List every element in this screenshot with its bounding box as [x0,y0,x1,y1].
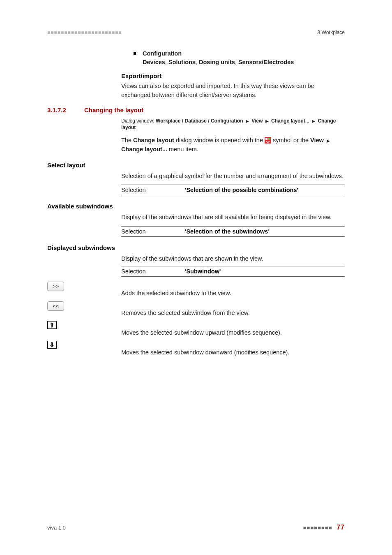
selection-value: 'Selection of the subwindows' [185,228,270,235]
displayed-body: Display of the subwindows that are shown… [121,254,345,264]
config-item-3: Dosing units [199,59,235,65]
section-body: Dialog window: Workplace / Database / Co… [121,118,345,154]
dialog-prefix: Dialog window: [121,118,156,124]
move-down-description: Moves the selected subwindow downward (m… [121,341,289,356]
selection-value: 'Selection of the possible combinations' [185,187,298,193]
move-up-button[interactable]: ⇧ [47,321,57,329]
select-layout-body: Selection of a graphical symbol for the … [121,172,345,181]
change-layout-paragraph: The Change layout dialog window is opene… [121,136,345,154]
triangle-icon: ▶ [327,138,330,144]
para-bold-change-layout: Change layout [133,137,174,143]
section-317-2: 3.1.7.2 Changing the layout [47,106,345,113]
dialog-path-2: View [251,118,263,124]
export-import-heading: Export/import [121,72,345,79]
arrow-up-icon: ⇧ [49,321,55,328]
dialog-path-3: Change layout... [271,118,309,124]
triangle-icon: ▶ [312,118,315,124]
footer-product: viva 1.0 [47,525,66,531]
move-down-button[interactable]: ⇩ [47,341,57,349]
header-breadcrumb: 3 Workplace [318,30,345,35]
selection-label: Selection [121,228,185,235]
svg-rect-2 [268,138,270,140]
select-layout-selection-row: Selection 'Selection of the possible com… [121,185,345,195]
page: ■■■■■■■■■■■■■■■■■■■■■■ 3 Workplace Confi… [0,0,392,555]
available-subwindows-block: Display of the subwindows that are still… [121,213,345,237]
remove-description: Removes the selected subwindow from the … [121,301,250,316]
add-button-row: >> Adds the selected subwindow to the vi… [47,282,345,296]
icon-cell: << [47,301,121,311]
select-layout-block: Selection of a graphical symbol for the … [121,172,345,196]
icon-cell: ⇩ [47,341,121,349]
remove-button-row: << Removes the selected subwindow from t… [47,301,345,316]
selection-label: Selection [121,187,185,193]
displayed-subwindows-block: Display of the subwindows that are shown… [121,254,345,277]
square-bullet-icon [134,52,136,55]
section-number: 3.1.7.2 [47,106,84,113]
export-import-body: Views can also be exported and imported.… [121,82,345,100]
triangle-icon: ▶ [246,118,249,124]
page-number: 77 [337,524,345,531]
select-layout-heading: Select layout [47,162,345,169]
move-down-button-row: ⇩ Moves the selected subwindow downward … [47,341,345,356]
icon-cell: >> [47,282,121,291]
arrow-down-icon: ⇩ [49,341,55,348]
triangle-icon: ▶ [265,118,269,124]
para-end: menu item. [169,146,198,153]
displayed-subwindows-heading: Displayed subwindows [47,244,345,251]
para-mid: dialog window is opened with the [176,137,265,143]
add-description: Adds the selected subwindow to the view. [121,282,231,296]
footer-marks: ■■■■■■■■ [303,525,332,531]
available-selection-row: Selection 'Selection of the subwindows' [121,226,345,237]
bullet-configuration: Configuration Devices, Solutions, Dosing… [134,49,345,67]
config-item-2: Solutions [168,59,196,65]
dialog-window-line: Dialog window: Workplace / Database / Co… [121,118,345,132]
dialog-path-1: Workplace / Database / Configuration [156,118,243,124]
section-title: Changing the layout [84,106,143,113]
move-up-button-row: ⇧ Moves the selected subwindow upward (m… [47,321,345,336]
config-title: Configuration [143,50,182,57]
available-body: Display of the subwindows that are still… [121,213,345,222]
displayed-selection-row: Selection 'Subwindow' [121,266,345,277]
para-post-icon: symbol or the [273,137,310,143]
add-subwindow-button[interactable]: >> [47,282,64,291]
para-bold-view: View [310,137,324,143]
svg-rect-1 [265,138,267,140]
icon-cell: ⇧ [47,321,121,329]
selection-label: Selection [121,268,185,275]
configuration-block: Configuration Devices, Solutions, Dosing… [121,49,345,100]
remove-subwindow-button[interactable]: << [47,301,64,311]
available-subwindows-heading: Available subwindows [47,203,345,210]
layout-symbol-icon [265,137,271,143]
selection-value: 'Subwindow' [185,268,221,275]
page-footer: viva 1.0 ■■■■■■■■ 77 [47,524,345,531]
content: Configuration Devices, Solutions, Dosing… [47,47,345,356]
page-header: ■■■■■■■■■■■■■■■■■■■■■■ 3 Workplace [47,0,345,47]
header-left-marks: ■■■■■■■■■■■■■■■■■■■■■■ [47,30,122,35]
config-item-4: Sensors/Electrodes [238,59,294,65]
para-pre: The [121,137,133,143]
config-item-1: Devices [143,59,165,65]
bullet-text: Configuration Devices, Solutions, Dosing… [143,49,294,67]
move-up-description: Moves the selected subwindow upward (mod… [121,321,282,336]
footer-right: ■■■■■■■■ 77 [303,524,345,531]
para-bold-change-layout-menu: Change layout... [121,146,167,153]
